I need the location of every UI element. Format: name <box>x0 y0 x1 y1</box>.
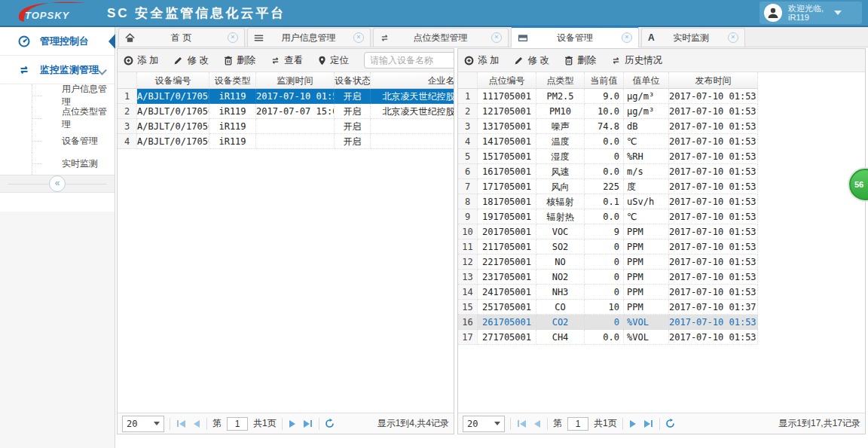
table-header-cell[interactable]: 值单位 <box>624 72 669 89</box>
search-icon[interactable] <box>453 56 454 65</box>
table-row[interactable]: 14241705001NH30PPM2017-07-10 01:53:21 <box>458 285 865 300</box>
edit-button[interactable]: 修 改 <box>514 54 549 67</box>
table-row[interactable]: 9191705001辐射热0.0℃2017-07-10 01:53:21 <box>458 209 865 224</box>
refresh-icon[interactable] <box>325 419 335 428</box>
collapse-button[interactable]: « <box>49 175 66 192</box>
cell: CH4 <box>536 330 585 345</box>
tab-user-info[interactable]: 用户信息管理 × <box>247 28 371 47</box>
sidebar-item-point-type[interactable]: 点位类型管理 <box>0 107 115 130</box>
cell: 0 <box>585 149 624 164</box>
prev-page-button[interactable] <box>192 420 201 428</box>
table-row[interactable]: 13231705001NO20PPM2017-07-10 01:53:22 <box>458 270 865 285</box>
tab-realtime[interactable]: A 实时监测 × <box>641 28 745 47</box>
table-header-cell[interactable]: 点位编号 <box>478 72 536 89</box>
table-row[interactable]: 4A/BJLT/0/1705004iR119开启 <box>118 134 454 149</box>
table-row[interactable]: 6161705001风速0.0m/s2017-07-10 01:53:21 <box>458 164 865 179</box>
close-icon[interactable]: × <box>353 32 364 43</box>
edit-button[interactable]: 修 改 <box>173 54 208 67</box>
view-button[interactable]: 查看 <box>270 54 303 67</box>
table-row[interactable]: 10201705001VOC9PPM2017-07-10 01:53:22 <box>458 224 865 239</box>
cell: 2017-07-10 01:53:22 <box>669 149 758 164</box>
table-row[interactable]: 16261705001CO20%VOL2017-07-10 01:53:22 <box>458 315 865 330</box>
row-number-cell: 10 <box>458 224 478 239</box>
next-page-button[interactable] <box>628 420 637 428</box>
page-number-input[interactable] <box>567 417 588 431</box>
user-menu[interactable]: 欢迎光临, iR119 <box>760 2 862 24</box>
tab-point-type[interactable]: 点位类型管理 × <box>373 28 509 47</box>
history-button[interactable]: 历史情况 <box>611 54 662 67</box>
cell: m/s <box>624 164 669 179</box>
sidebar-collapse-handle[interactable] <box>108 34 115 49</box>
delete-button[interactable]: 删除 <box>564 54 596 67</box>
table-row[interactable]: 11211705001SO20PPM2017-07-10 01:53:22 <box>458 239 865 254</box>
cell: 2017-07-10 01:53:21 <box>669 104 758 119</box>
cell: 2017-07-10 01:53:21 <box>669 285 758 300</box>
row-number-cell: 4 <box>458 134 478 149</box>
device-table: 设备编号设备类型监测时间设备状态企业名称1A/BJLT/0/1705001iR1… <box>118 72 454 413</box>
table-row[interactable]: 1111705001PM2.59.0μg/m³2017-07-10 01:53:… <box>458 89 865 104</box>
cell: 风向 <box>536 179 585 194</box>
first-page-button[interactable] <box>176 420 187 428</box>
cell: 271705001 <box>478 330 536 345</box>
last-page-button[interactable] <box>643 420 654 428</box>
first-page-button[interactable] <box>516 420 527 428</box>
table-row[interactable]: 2121705001PM1010.0μg/m³2017-07-10 01:53:… <box>458 104 865 119</box>
close-icon[interactable]: × <box>728 32 738 43</box>
add-button[interactable]: 添 加 <box>464 54 499 67</box>
cell: 温度 <box>536 134 585 149</box>
refresh-icon[interactable] <box>665 419 675 428</box>
next-page-button[interactable] <box>288 420 297 428</box>
close-icon[interactable]: × <box>228 32 238 43</box>
page-number-input[interactable] <box>227 417 248 431</box>
table-row[interactable]: 3A/BJLT/0/1705003iR119开启 <box>118 119 454 134</box>
table-header-cell[interactable]: 企业名称 <box>371 72 454 89</box>
cell: 开启 <box>335 119 371 134</box>
logo-text: TOPSKY <box>25 10 70 21</box>
cell: CO <box>536 300 585 315</box>
table-header-cell[interactable]: 当前值 <box>585 72 624 89</box>
prev-page-button[interactable] <box>533 420 542 428</box>
table-header-cell[interactable]: 设备编号 <box>137 72 209 89</box>
add-button[interactable]: 添 加 <box>124 54 158 67</box>
table-row[interactable]: 1A/BJLT/0/1705001iR1192017-07-10 01:53:2… <box>118 89 454 104</box>
cell: PPM <box>624 285 669 300</box>
tab-device-mgmt[interactable]: 设备管理 × <box>511 26 639 47</box>
sidebar-item-user-info[interactable]: 用户信息管理 <box>0 84 115 107</box>
table-header-cell[interactable]: 发布时间 <box>669 72 758 89</box>
delete-button[interactable]: 删除 <box>224 54 255 67</box>
table-row[interactable]: 4141705001温度0.0℃2017-07-10 01:53:22 <box>458 134 865 149</box>
table-header-cell[interactable]: 点类型 <box>536 72 585 89</box>
page-size-select[interactable]: 20 <box>463 416 505 432</box>
app-window: TOPSKY SC 安全监管信息化云平台 欢迎光临, iR119 管理控制台 <box>0 0 868 448</box>
search-input[interactable] <box>368 54 450 66</box>
table-header-cell[interactable]: 设备状态 <box>335 72 371 89</box>
table-row[interactable]: 8181705001核辐射0.1uSv/h2017-07-10 01:53:21 <box>458 194 865 209</box>
table-row[interactable]: 17271705001CH40.0%VOL2017-07-10 01:53:21 <box>458 330 865 345</box>
sidebar-item-device-mgmt[interactable]: 设备管理 <box>0 130 115 152</box>
table-row[interactable]: 2A/BJLT/0/1705002iR1192017-07-07 15:03:0… <box>118 104 454 119</box>
tab-home[interactable]: 首 页 × <box>118 28 245 47</box>
table-header-cell[interactable]: 设备类型 <box>209 72 256 89</box>
row-number-cell: 4 <box>118 134 137 149</box>
tab-bar: 首 页 × 用户信息管理 × 点位类型管理 × <box>115 27 868 47</box>
sidebar-item-realtime[interactable]: 实时监测 <box>0 152 115 175</box>
close-icon[interactable]: × <box>491 32 502 43</box>
cell: uSv/h <box>624 194 669 209</box>
sidebar-item-monitor-mgmt[interactable]: 监控监测管理 <box>0 56 115 84</box>
page-size-select[interactable]: 20 <box>122 416 164 432</box>
table-row[interactable]: 15251705001CO10PPM2017-07-10 01:37:01 <box>458 300 865 315</box>
table-row[interactable]: 5151705001湿度0%RH2017-07-10 01:53:22 <box>458 149 865 164</box>
cell: 2017-07-10 01:53:22 <box>669 239 758 254</box>
chevron-down-icon <box>154 422 160 425</box>
table-row[interactable]: 7171705001风向225度2017-07-10 01:53:21 <box>458 179 865 194</box>
table-header-cell[interactable]: 监测时间 <box>256 72 335 89</box>
table-row[interactable]: 12221705001NO0PPM2017-07-10 01:53:21 <box>458 254 865 270</box>
row-number-cell: 12 <box>458 254 478 270</box>
cell: 251705001 <box>478 300 536 315</box>
last-page-button[interactable] <box>302 420 313 428</box>
device-icon <box>518 33 528 43</box>
table-row[interactable]: 3131705001噪声74.8dB2017-07-10 01:53:22 <box>458 119 865 134</box>
close-icon[interactable]: × <box>622 32 632 43</box>
sidebar-item-console[interactable]: 管理控制台 <box>0 27 115 56</box>
locate-button[interactable]: 定位 <box>318 54 349 67</box>
